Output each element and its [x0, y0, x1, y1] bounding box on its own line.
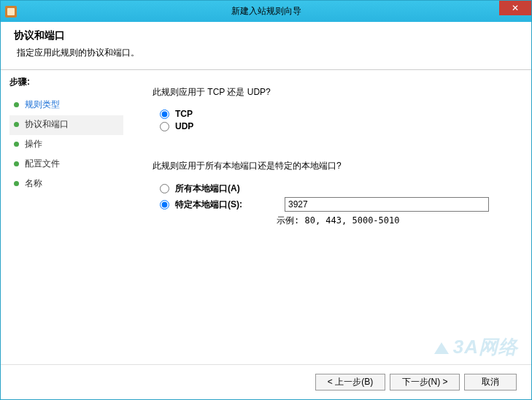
window-title: 新建入站规则向导 [231, 5, 301, 18]
bullet-icon [14, 122, 19, 127]
step-link[interactable]: 操作 [25, 138, 42, 150]
step-link[interactable]: 协议和端口 [25, 118, 69, 131]
close-button[interactable]: ✕ [499, 1, 531, 15]
all-ports-label: 所有本地端口(A) [175, 182, 285, 195]
back-button[interactable]: < 上一步(B) [315, 374, 385, 391]
radio-udp-row: UDP [160, 121, 511, 131]
bullet-icon [14, 102, 19, 107]
step-protocol-ports[interactable]: 协议和端口 [9, 115, 123, 135]
next-button[interactable]: 下一步(N) > [390, 374, 460, 391]
app-icon [5, 6, 17, 18]
step-link[interactable]: 名称 [25, 177, 42, 190]
step-name[interactable]: 名称 [9, 174, 123, 194]
bullet-icon [14, 161, 19, 166]
port-input[interactable] [285, 197, 489, 212]
radio-all-ports[interactable] [160, 184, 169, 193]
page-subtitle: 指定应用此规则的协议和端口。 [17, 47, 518, 59]
footer: < 上一步(B) 下一步(N) > 取消 [1, 364, 531, 399]
udp-label: UDP [175, 121, 193, 131]
steps-heading: 步骤: [9, 76, 123, 88]
body: 步骤: 规则类型 协议和端口 操作 配置文件 [1, 70, 531, 364]
page-header: 协议和端口 指定应用此规则的协议和端口。 [1, 22, 531, 70]
protocol-question: 此规则应用于 TCP 还是 UDP? [153, 86, 511, 99]
port-example: 示例: 80, 443, 5000-5010 [277, 215, 511, 227]
port-question: 此规则应用于所有本地端口还是特定的本地端口? [153, 160, 511, 172]
cancel-button[interactable]: 取消 [464, 374, 517, 391]
radio-specific-ports-row: 特定本地端口(S): [160, 197, 511, 212]
titlebar: 新建入站规则向导 ✕ [1, 1, 531, 22]
step-rule-type[interactable]: 规则类型 [9, 96, 123, 115]
watermark: 3A网络 [434, 334, 518, 360]
content-pane: 此规则应用于 TCP 还是 UDP? TCP UDP 此规则应用于所有本地端口还… [132, 70, 531, 364]
specific-ports-label: 特定本地端口(S): [175, 199, 285, 211]
bullet-icon [14, 142, 19, 147]
wizard-window: 新建入站规则向导 ✕ 协议和端口 指定应用此规则的协议和端口。 步骤: 规则类型… [0, 0, 532, 400]
page-title: 协议和端口 [14, 29, 518, 42]
bullet-icon [14, 181, 19, 186]
radio-specific-ports[interactable] [160, 200, 169, 209]
tcp-label: TCP [175, 109, 193, 119]
radio-tcp[interactable] [160, 109, 169, 119]
step-link[interactable]: 配置文件 [25, 158, 60, 170]
radio-all-ports-row: 所有本地端口(A) [160, 182, 511, 195]
step-profile[interactable]: 配置文件 [9, 155, 123, 174]
step-link[interactable]: 规则类型 [25, 99, 60, 111]
radio-tcp-row: TCP [160, 109, 511, 119]
steps-sidebar: 步骤: 规则类型 协议和端口 操作 配置文件 [1, 70, 132, 364]
step-action[interactable]: 操作 [9, 135, 123, 155]
radio-udp[interactable] [160, 122, 169, 131]
